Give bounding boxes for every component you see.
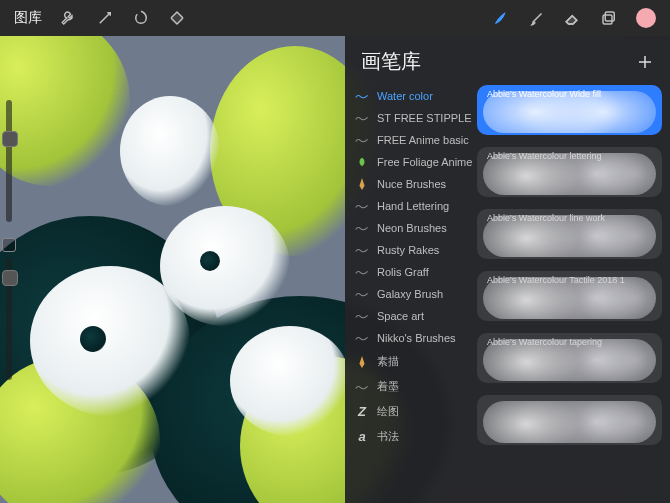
brush-item[interactable]: Abbie's Watercolour tapering <box>477 333 662 383</box>
brush-set-label: Neon Brushes <box>377 222 447 234</box>
brush-item[interactable]: Abbie's Watercolour Tactile 2018 1 <box>477 271 662 321</box>
brush-set-item[interactable]: ST FREE STIPPLE <box>345 107 473 129</box>
brush-set-item[interactable]: a书法 <box>345 424 473 449</box>
brush-library-panel: 画笔库 Water colorST FREE STIPPLEFREE Anime… <box>345 36 670 503</box>
brush-set-label: Rusty Rakes <box>377 244 439 256</box>
brush-set-item[interactable]: Neon Brushes <box>345 217 473 239</box>
stroke-icon <box>355 201 369 211</box>
brush-set-label: Nikko's Brushes <box>377 332 456 344</box>
brush-set-item[interactable]: 着墨 <box>345 374 473 399</box>
brush-name: Abbie's Watercolour Tactile 2018 1 <box>487 275 625 285</box>
brush-set-item[interactable]: Rusty Rakes <box>345 239 473 261</box>
gallery-button[interactable]: 图库 <box>14 9 42 27</box>
brush-size-slider[interactable] <box>6 100 12 222</box>
brush-name: Abbie's Watercolour Wide fill <box>487 89 601 99</box>
transform-icon[interactable] <box>168 9 186 27</box>
brush-name: Abbie's Watercolour tapering <box>487 337 602 347</box>
brush-set-label: 着墨 <box>377 379 399 394</box>
brush-set-label: Nuce Brushes <box>377 178 446 190</box>
brush-set-item[interactable]: Rolis Graff <box>345 261 473 283</box>
brush-icon[interactable] <box>492 9 510 27</box>
selection-icon[interactable] <box>132 9 150 27</box>
brush-set-label: ST FREE STIPPLE <box>377 112 472 124</box>
stroke-icon <box>355 91 369 101</box>
brush-set-item[interactable]: Nuce Brushes <box>345 173 473 195</box>
brush-name: Abbie's Watercolour line work <box>487 213 605 223</box>
brush-set-item[interactable]: FREE Anime basic <box>345 129 473 151</box>
brush-item[interactable] <box>477 395 662 445</box>
layers-icon[interactable] <box>600 9 618 27</box>
eraser-icon[interactable] <box>564 9 582 27</box>
brush-set-label: Space art <box>377 310 424 322</box>
modify-button[interactable] <box>2 238 16 252</box>
stroke-icon <box>355 311 369 321</box>
stroke-icon <box>355 267 369 277</box>
brush-list: Abbie's Watercolour Wide fillAbbie's Wat… <box>473 83 670 503</box>
brush-item[interactable]: Abbie's Watercolour lettering <box>477 147 662 197</box>
svg-rect-0 <box>605 12 614 21</box>
brush-preview <box>483 401 656 443</box>
color-swatch[interactable] <box>636 8 656 28</box>
top-toolbar: 图库 <box>0 0 670 37</box>
opacity-slider[interactable] <box>6 258 12 380</box>
brush-set-item[interactable]: Water color <box>345 85 473 107</box>
drawing-icon: Z <box>355 407 369 417</box>
brush-set-label: Rolis Graff <box>377 266 429 278</box>
brush-set-label: 绘图 <box>377 404 399 419</box>
smudge-icon[interactable] <box>528 9 546 27</box>
brush-set-item[interactable]: Galaxy Brush <box>345 283 473 305</box>
pencil-icon <box>355 179 369 189</box>
brush-set-label: Hand Lettering <box>377 200 449 212</box>
brush-set-label: FREE Anime basic <box>377 134 469 146</box>
brush-set-item[interactable]: Hand Lettering <box>345 195 473 217</box>
brush-set-item[interactable]: Space art <box>345 305 473 327</box>
brush-item[interactable]: Abbie's Watercolour line work <box>477 209 662 259</box>
wrench-icon[interactable] <box>60 9 78 27</box>
leaf-icon <box>355 157 369 167</box>
brush-set-label: Galaxy Brush <box>377 288 443 300</box>
brush-set-label: Free Foliage Anime <box>377 156 472 168</box>
brush-set-label: 书法 <box>377 429 399 444</box>
stroke-icon <box>355 333 369 343</box>
svg-rect-1 <box>603 15 612 24</box>
stroke-icon <box>355 223 369 233</box>
add-brush-icon[interactable] <box>636 53 654 71</box>
calligraphy-icon: a <box>355 432 369 442</box>
stroke-icon <box>355 245 369 255</box>
stroke-icon <box>355 135 369 145</box>
brush-set-item[interactable]: 素描 <box>345 349 473 374</box>
brush-set-label: 素描 <box>377 354 399 369</box>
stroke-icon <box>355 289 369 299</box>
panel-title: 画笔库 <box>361 48 421 75</box>
stroke-icon <box>355 382 369 392</box>
brush-set-list: Water colorST FREE STIPPLEFREE Anime bas… <box>345 83 473 503</box>
brush-set-label: Water color <box>377 90 433 102</box>
brush-set-item[interactable]: Free Foliage Anime <box>345 151 473 173</box>
stroke-icon <box>355 113 369 123</box>
brush-set-item[interactable]: Nikko's Brushes <box>345 327 473 349</box>
pencil-icon <box>355 357 369 367</box>
brush-item[interactable]: Abbie's Watercolour Wide fill <box>477 85 662 135</box>
left-sidebar <box>2 100 16 380</box>
brush-name: Abbie's Watercolour lettering <box>487 151 601 161</box>
brush-set-item[interactable]: Z绘图 <box>345 399 473 424</box>
wand-icon[interactable] <box>96 9 114 27</box>
